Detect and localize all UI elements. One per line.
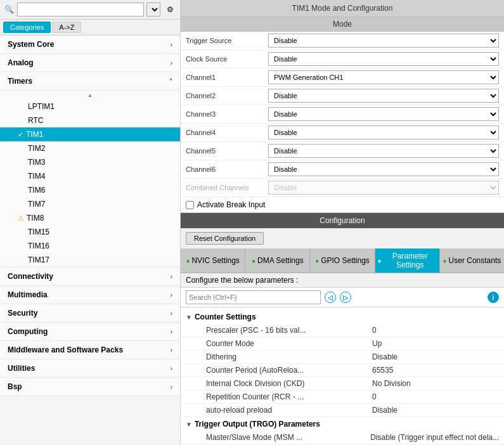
- info-icon[interactable]: i: [488, 292, 499, 303]
- params-content: ▼ Counter Settings Prescaler (PSC - 16 b…: [181, 307, 504, 445]
- sidebar-item-lptim1[interactable]: LPTIM1: [0, 100, 180, 113]
- sidebar-item-analog[interactable]: Analog ›: [0, 54, 180, 72]
- reset-btn-row: Reset Configuration: [181, 228, 504, 248]
- tab-user-constants[interactable]: ● User Constants: [440, 248, 504, 273]
- activate-break-row: Activate Break Input: [181, 197, 504, 212]
- param-row-counter-period: Counter Period (AutoReloa... 65535: [181, 364, 504, 377]
- tab-gpio-settings[interactable]: ● GPIO Settings: [310, 248, 375, 273]
- param-row-rcr: Repetition Counter (RCR - ... 0: [181, 390, 504, 404]
- up-arrow-icon: ▲: [86, 92, 94, 98]
- param-row-dithering: Dithering Disable: [181, 351, 504, 364]
- param-row-ckd: Internal Clock Division (CKD) No Divisio…: [181, 377, 504, 390]
- sidebar-item-tim16[interactable]: TIM16: [0, 239, 180, 253]
- channel5-select[interactable]: Disable: [268, 144, 499, 158]
- clock-source-select[interactable]: Disable: [268, 52, 499, 66]
- chevron-down-icon: ˅: [169, 78, 172, 85]
- tab-dma-settings[interactable]: ● DMA Settings: [245, 248, 310, 273]
- trgo-group[interactable]: ▼ Trigger Output (TRGO) Parameters: [181, 417, 504, 431]
- chevron-right-icon: ›: [171, 292, 172, 299]
- combined-channels-select[interactable]: Disable: [268, 181, 499, 195]
- mode-section: Trigger Source Disable Clock Source Disa…: [181, 32, 504, 213]
- param-row-prescaler: Prescaler (PSC - 16 bits val... 0: [181, 324, 504, 337]
- collapse-icon: ▼: [186, 314, 192, 321]
- warning-icon: ⚠: [18, 214, 24, 222]
- sidebar-item-security[interactable]: Security ›: [0, 304, 180, 323]
- tab-categories[interactable]: Categories: [3, 22, 51, 33]
- sidebar-item-tim1[interactable]: ✓ TIM1: [0, 127, 180, 141]
- channel6-select[interactable]: Disable: [268, 162, 499, 176]
- panel-title: TIM1 Mode and Configuration: [181, 0, 504, 17]
- params-search-input[interactable]: [186, 290, 321, 304]
- trigger-source-select[interactable]: Disable: [268, 34, 499, 48]
- search-dropdown[interactable]: [146, 3, 160, 16]
- channel1-row: Channel1 PWM Generation CH1: [181, 68, 504, 87]
- channel4-row: Channel4 Disable: [181, 124, 504, 142]
- sidebar-item-tim6[interactable]: TIM6: [0, 183, 180, 197]
- reset-configuration-button[interactable]: Reset Configuration: [186, 232, 264, 245]
- sidebar-item-system-core[interactable]: System Core ›: [0, 35, 180, 54]
- channel2-label: Channel2: [186, 92, 268, 100]
- channel4-select[interactable]: Disable: [268, 126, 499, 139]
- search-icon: 🔍: [3, 4, 15, 15]
- dot-icon: ●: [186, 257, 190, 264]
- config-tabs: ● NVIC Settings ● DMA Settings ● GPIO Se…: [181, 248, 504, 273]
- channel3-select[interactable]: Disable: [268, 107, 499, 121]
- search-bar: 🔍 ⚙: [0, 0, 180, 20]
- nav-list: System Core › Analog › Timers ˅ ▲ LPTIM1…: [0, 35, 180, 445]
- clock-source-label: Clock Source: [186, 55, 268, 63]
- prev-icon[interactable]: ◁: [325, 292, 336, 303]
- dot-icon: ●: [252, 257, 255, 264]
- sidebar-item-tim7[interactable]: TIM7: [0, 197, 180, 211]
- sidebar-item-tim15[interactable]: TIM15: [0, 225, 180, 239]
- sidebar-item-utilities[interactable]: Utilities ›: [0, 359, 180, 378]
- params-banner: Configure the below parameters :: [181, 273, 504, 288]
- sidebar-item-tim2[interactable]: TIM2: [0, 141, 180, 155]
- chevron-right-icon: ›: [171, 60, 172, 67]
- clock-source-row: Clock Source Disable: [181, 50, 504, 68]
- channel6-label: Channel6: [186, 165, 268, 173]
- gear-icon[interactable]: ⚙: [163, 3, 177, 16]
- tab-az[interactable]: A->Z: [52, 22, 81, 33]
- channel4-label: Channel4: [186, 129, 268, 136]
- sidebar-item-tim17[interactable]: TIM17: [0, 253, 180, 267]
- check-icon: ✓: [18, 131, 23, 139]
- sidebar-item-computing[interactable]: Computing ›: [0, 323, 180, 341]
- sidebar-item-timers[interactable]: Timers ˅: [0, 72, 180, 91]
- channel2-row: Channel2 Disable: [181, 87, 504, 105]
- right-panel-inner: TIM1 Mode and Configuration Mode Trigger…: [181, 0, 504, 445]
- timers-sub-list: ▲ LPTIM1 RTC ✓ TIM1 TIM2 TIM3: [0, 91, 180, 268]
- sidebar-item-bsp[interactable]: Bsp ›: [0, 378, 180, 396]
- mode-header: Mode: [181, 17, 504, 32]
- sidebar-item-tim8[interactable]: ⚠ TIM8: [0, 211, 180, 225]
- activate-break-checkbox[interactable]: [186, 201, 194, 209]
- chevron-right-icon: ›: [171, 365, 172, 372]
- tab-nvic-settings[interactable]: ● NVIC Settings: [181, 248, 245, 273]
- collapse-icon: ▼: [186, 421, 192, 428]
- sidebar-item-rtc[interactable]: RTC: [0, 113, 180, 127]
- next-icon[interactable]: ▷: [340, 292, 351, 303]
- sidebar-item-tim4[interactable]: TIM4: [0, 169, 180, 183]
- trigger-source-row: Trigger Source Disable: [181, 32, 504, 50]
- chevron-right-icon: ›: [171, 347, 172, 354]
- channel5-row: Channel5 Disable: [181, 142, 504, 160]
- tab-bar: Categories A->Z: [0, 20, 180, 35]
- right-panel: TIM1 Mode and Configuration Mode Trigger…: [181, 0, 504, 445]
- channel2-select[interactable]: Disable: [268, 89, 499, 103]
- param-row-autoreload: auto-reload preload Disable: [181, 404, 504, 417]
- params-search-row: ◁ ▷ i: [181, 288, 504, 307]
- scroll-up[interactable]: ▲: [0, 91, 180, 100]
- channel5-label: Channel5: [186, 147, 268, 155]
- chevron-right-icon: ›: [171, 310, 172, 317]
- chevron-right-icon: ›: [171, 273, 172, 280]
- tab-parameter-settings[interactable]: ● Parameter Settings: [375, 248, 440, 273]
- sidebar-item-middleware[interactable]: Middleware and Software Packs ›: [0, 341, 180, 359]
- channel1-label: Channel1: [186, 74, 268, 81]
- sidebar-item-connectivity[interactable]: Connectivity ›: [0, 268, 180, 286]
- sidebar-item-multimedia[interactable]: Multimedia ›: [0, 286, 180, 304]
- search-input[interactable]: [17, 3, 144, 16]
- channel6-row: Channel6 Disable: [181, 160, 504, 179]
- sidebar-item-tim3[interactable]: TIM3: [0, 155, 180, 169]
- channel1-select[interactable]: PWM Generation CH1: [268, 70, 499, 84]
- chevron-right-icon: ›: [171, 328, 172, 335]
- counter-settings-group[interactable]: ▼ Counter Settings: [181, 310, 504, 324]
